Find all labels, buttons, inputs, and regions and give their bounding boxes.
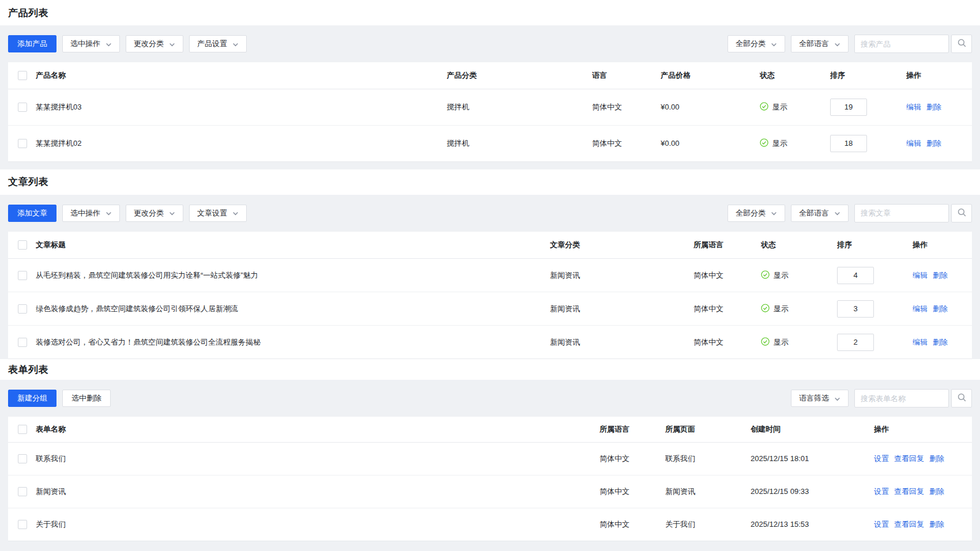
row-checkbox[interactable] [18, 304, 27, 314]
article-selected-action-dropdown[interactable]: 选中操作 [62, 205, 120, 222]
dropdown-label: 全部语言 [799, 39, 829, 49]
forms-title-band: 表单列表 [0, 359, 980, 380]
article-language-filter-dropdown[interactable]: 全部语言 [791, 205, 849, 222]
view-replies-link[interactable]: 查看回复 [894, 487, 924, 496]
row-checkbox[interactable] [18, 520, 27, 529]
status-badge: 显示 [760, 102, 787, 112]
view-replies-link[interactable]: 查看回复 [894, 454, 924, 463]
articles-title-band: 文章列表 [0, 169, 980, 195]
check-circle-icon [760, 102, 768, 112]
row-checkbox[interactable] [18, 454, 27, 463]
edit-link[interactable]: 编辑 [913, 338, 928, 346]
article-change-category-dropdown[interactable]: 更改分类 [126, 205, 183, 222]
form-row: 关于我们 简体中文 关于我们 2025/12/13 15:53 设置查看回复删除 [8, 508, 972, 541]
dropdown-label: 选中操作 [70, 208, 100, 218]
row-checkbox[interactable] [18, 139, 27, 148]
form-page: 新闻资讯 [665, 475, 751, 508]
status-badge: 显示 [760, 138, 787, 149]
select-all-checkbox[interactable] [18, 71, 27, 80]
articles-table: 文章标题 文章分类 所属语言 状态 排序 操作 从毛坯到精装，鼎筑空间建筑装修公… [8, 232, 972, 360]
article-category-filter-dropdown[interactable]: 全部分类 [728, 205, 785, 222]
edit-link[interactable]: 编辑 [913, 271, 928, 280]
col-header-status: 状态 [761, 232, 837, 259]
product-settings-dropdown[interactable]: 产品设置 [189, 35, 247, 52]
status-badge: 显示 [761, 304, 789, 314]
delete-link[interactable]: 删除 [929, 487, 944, 496]
delete-link[interactable]: 删除 [926, 139, 941, 148]
dropdown-label: 更改分类 [134, 39, 164, 49]
delete-selected-button[interactable]: 选中删除 [62, 390, 111, 407]
dropdown-label: 语言筛选 [799, 393, 829, 403]
row-checkbox[interactable] [18, 338, 27, 347]
forms-section-title: 表单列表 [8, 363, 48, 376]
chevron-down-icon [105, 210, 112, 217]
status-label: 显示 [774, 270, 789, 281]
check-circle-icon [760, 138, 768, 149]
col-header-status: 状态 [760, 62, 830, 89]
sort-input[interactable] [830, 135, 867, 152]
articles-toolbar: 添加文章 选中操作 更改分类 文章设置 全部分类 全部语言 [8, 195, 972, 232]
product-category: 搅拌机 [447, 89, 592, 125]
sort-input[interactable] [837, 267, 874, 284]
articles-header-row: 文章标题 文章分类 所属语言 状态 排序 操作 [8, 232, 972, 259]
row-checkbox[interactable] [18, 103, 27, 112]
products-title-band: 产品列表 [0, 0, 980, 25]
form-row: 联系我们 简体中文 联系我们 2025/12/15 18:01 设置查看回复删除 [8, 442, 972, 475]
sort-input[interactable] [837, 300, 874, 318]
check-circle-icon [761, 337, 770, 348]
sort-input[interactable] [837, 334, 874, 351]
settings-link[interactable]: 设置 [874, 520, 889, 529]
row-checkbox[interactable] [18, 487, 27, 496]
row-checkbox[interactable] [18, 271, 27, 280]
form-search-input[interactable] [854, 389, 949, 407]
products-table: 产品名称 产品分类 语言 产品价格 状态 排序 操作 某某搅拌机03 搅拌机 简… [8, 62, 972, 162]
article-settings-dropdown[interactable]: 文章设置 [189, 205, 247, 222]
delete-link[interactable]: 删除 [933, 304, 948, 313]
article-search-input[interactable] [854, 204, 949, 222]
chevron-down-icon [105, 41, 112, 48]
article-search-button[interactable] [951, 204, 972, 222]
sort-input[interactable] [830, 99, 867, 116]
dropdown-label: 全部分类 [736, 208, 766, 218]
delete-link[interactable]: 删除 [929, 520, 944, 529]
new-group-button[interactable]: 新建分组 [8, 390, 56, 407]
product-category-filter-dropdown[interactable]: 全部分类 [728, 35, 785, 52]
form-name: 新闻资讯 [36, 475, 600, 508]
dropdown-label: 全部分类 [736, 39, 766, 49]
chevron-down-icon [169, 41, 175, 48]
product-search-button[interactable] [951, 35, 972, 53]
select-all-checkbox[interactable] [18, 425, 27, 434]
select-all-checkbox[interactable] [18, 240, 27, 250]
delete-link[interactable]: 删除 [933, 271, 948, 280]
product-selected-action-dropdown[interactable]: 选中操作 [62, 35, 120, 52]
view-replies-link[interactable]: 查看回复 [894, 520, 924, 529]
edit-link[interactable]: 编辑 [906, 103, 921, 111]
articles-section-title: 文章列表 [8, 175, 48, 188]
delete-link[interactable]: 删除 [933, 338, 948, 346]
edit-link[interactable]: 编辑 [913, 304, 928, 313]
articles-section-body: 添加文章 选中操作 更改分类 文章设置 全部分类 全部语言 [0, 195, 980, 360]
chevron-down-icon [834, 41, 840, 48]
products-header-row: 产品名称 产品分类 语言 产品价格 状态 排序 操作 [8, 62, 972, 89]
status-label: 显示 [774, 337, 789, 348]
form-created-time: 2025/12/15 18:01 [751, 442, 874, 475]
chevron-down-icon [232, 210, 239, 217]
delete-link[interactable]: 删除 [926, 103, 941, 111]
form-language-filter-dropdown[interactable]: 语言筛选 [791, 390, 849, 407]
form-page: 关于我们 [665, 508, 751, 541]
product-change-category-dropdown[interactable]: 更改分类 [126, 35, 183, 52]
delete-link[interactable]: 删除 [929, 454, 944, 463]
form-search-button[interactable] [951, 389, 972, 407]
add-product-button[interactable]: 添加产品 [8, 35, 56, 52]
dropdown-label: 更改分类 [134, 208, 164, 218]
add-article-button[interactable]: 添加文章 [8, 205, 56, 222]
settings-link[interactable]: 设置 [874, 487, 889, 496]
chevron-down-icon [834, 210, 840, 217]
product-language-filter-dropdown[interactable]: 全部语言 [791, 35, 849, 52]
article-language: 简体中文 [693, 259, 761, 292]
settings-link[interactable]: 设置 [874, 454, 889, 463]
edit-link[interactable]: 编辑 [906, 139, 921, 148]
article-category: 新闻资讯 [550, 326, 693, 359]
forms-section: 表单列表 新建分组 选中删除 语言筛选 表单名称 [0, 359, 980, 551]
product-search-input[interactable] [854, 35, 949, 53]
